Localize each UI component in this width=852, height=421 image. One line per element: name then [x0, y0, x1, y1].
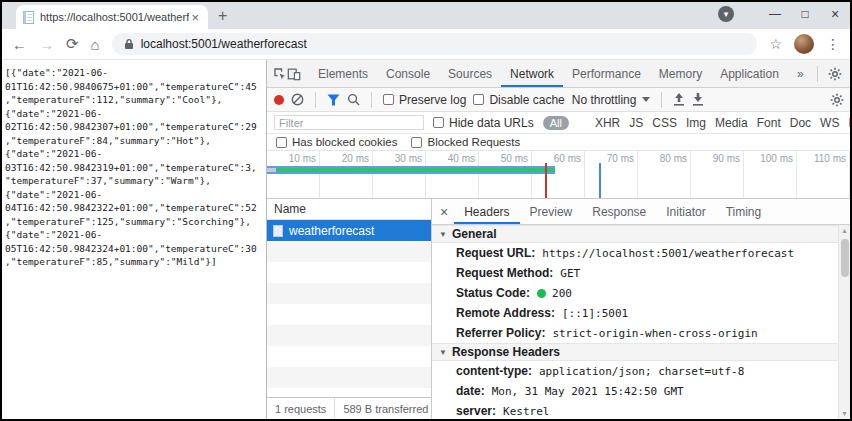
bookmark-star-icon[interactable]: ☆	[769, 36, 782, 52]
filter-type-media[interactable]: Media	[715, 116, 748, 130]
name-column-header[interactable]: Name	[267, 199, 431, 220]
title-bar: https://localhost:5001/weatherfo × + ▾ —…	[2, 2, 850, 29]
minimize-button[interactable]: —	[760, 7, 790, 21]
blocked-requests-checkbox[interactable]: Blocked Requests	[411, 136, 520, 148]
search-icon[interactable]	[347, 93, 360, 106]
browser-tab[interactable]: https://localhost:5001/weatherfo ×	[16, 5, 208, 29]
tab-performance[interactable]: Performance	[563, 60, 650, 87]
timeline-tick: 90 ms	[691, 151, 744, 198]
disable-cache-checkbox[interactable]: Disable cache	[473, 93, 564, 107]
request-row-weatherforecast[interactable]: weatherforecast	[267, 220, 431, 241]
hide-data-urls-checkbox[interactable]: Hide data URLs	[433, 116, 534, 130]
divider	[661, 92, 662, 108]
tab-preview[interactable]: Preview	[520, 199, 583, 224]
close-button[interactable]: ×	[820, 6, 850, 22]
lock-icon	[124, 38, 134, 50]
header-row-content-type: content-type: application/json; charset=…	[432, 361, 838, 381]
network-filter-row: Hide data URLs All XHR JS CSS Img Media …	[267, 112, 850, 134]
throttling-dropdown[interactable]: No throttling	[572, 93, 651, 107]
requests-count: 1 requests	[267, 398, 335, 419]
import-har-icon[interactable]	[673, 93, 685, 106]
general-section-header[interactable]: ▼ General	[432, 225, 838, 243]
page-content: [{"date":"2021-06- 01T16:42:50.9840675+0…	[2, 60, 267, 419]
request-detail-panel: × Headers Preview Response Initiator Tim…	[432, 199, 850, 419]
preserve-log-checkbox[interactable]: Preserve log	[383, 93, 466, 107]
devtools-tab-bar: Elements Console Sources Network Perform…	[267, 60, 850, 88]
detail-scrollbar[interactable]: ▲ ▼	[838, 225, 850, 419]
address-bar[interactable]: localhost:5001/weatherforecast	[112, 33, 758, 55]
browser-menu-icon[interactable]: ⋮	[826, 36, 840, 52]
domcontentloaded-marker	[599, 163, 601, 198]
chrome-update-icon[interactable]: ▾	[718, 6, 734, 22]
timeline-tick: 10 ms	[267, 151, 320, 198]
inspect-element-icon[interactable]	[273, 67, 287, 81]
forward-icon[interactable]: →	[39, 36, 54, 53]
header-row-referrer-policy: Referrer Policy: strict-origin-when-cros…	[432, 323, 838, 343]
network-overview-timeline[interactable]: 10 ms 20 ms 30 ms 40 ms 50 ms 60 ms 70 m…	[267, 151, 850, 199]
response-headers-section-header[interactable]: ▼ Response Headers	[432, 343, 838, 361]
tab-application[interactable]: Application	[711, 60, 788, 87]
tab-memory[interactable]: Memory	[650, 60, 711, 87]
checkbox-icon	[473, 94, 484, 105]
tab-title: https://localhost:5001/weatherfo	[40, 11, 189, 23]
tab-headers[interactable]: Headers	[454, 199, 519, 224]
profile-avatar[interactable]	[794, 34, 814, 54]
filter-type-img[interactable]: Img	[686, 116, 706, 130]
new-tab-button[interactable]: +	[218, 6, 227, 26]
filter-input[interactable]	[274, 115, 424, 130]
devtools-panel: Elements Console Sources Network Perform…	[267, 60, 850, 419]
chevron-down-icon	[642, 97, 650, 102]
has-blocked-cookies-checkbox[interactable]: Has blocked cookies	[276, 136, 397, 148]
filter-type-manifest[interactable]: Manifest	[848, 116, 852, 130]
home-icon[interactable]: ⌂	[91, 36, 100, 53]
timeline-tick: 20 ms	[320, 151, 373, 198]
divider	[315, 92, 316, 108]
filter-type-all[interactable]: All	[543, 116, 569, 130]
tab-close-icon[interactable]: ×	[189, 10, 201, 25]
header-row-request-method: Request Method: GET	[432, 263, 838, 283]
scroll-down-icon[interactable]: ▼	[841, 410, 848, 417]
network-settings-gear-icon[interactable]	[830, 93, 844, 110]
tab-elements[interactable]: Elements	[309, 60, 377, 87]
more-tabs-icon[interactable]: »	[788, 60, 813, 87]
timeline-tick: 60 ms	[532, 151, 585, 198]
tab-initiator[interactable]: Initiator	[656, 199, 715, 224]
window-controls: ▾ — □ ×	[718, 2, 850, 29]
devtools-settings-gear-icon[interactable]	[824, 67, 846, 81]
tab-console[interactable]: Console	[377, 60, 439, 87]
filter-type-xhr[interactable]: XHR	[595, 116, 620, 130]
document-icon	[273, 225, 283, 237]
filter-type-css[interactable]: CSS	[652, 116, 677, 130]
filter-type-font[interactable]: Font	[757, 116, 781, 130]
device-toolbar-icon[interactable]	[287, 67, 301, 81]
timeline-ruler: 10 ms 20 ms 30 ms 40 ms 50 ms 60 ms 70 m…	[267, 151, 850, 198]
record-network-log-icon[interactable]	[274, 95, 284, 105]
tab-response[interactable]: Response	[582, 199, 656, 224]
timeline-tick: 40 ms	[426, 151, 479, 198]
devtools-menu-icon[interactable]: ⋮	[848, 67, 852, 81]
status-ok-dot-icon	[537, 289, 546, 298]
tab-network[interactable]: Network	[501, 60, 563, 87]
network-toolbar: Preserve log Disable cache No throttling	[267, 88, 850, 112]
collapse-triangle-icon: ▼	[439, 348, 447, 357]
filter-funnel-icon[interactable]	[327, 94, 340, 106]
tab-timing[interactable]: Timing	[716, 199, 772, 224]
filter-type-ws[interactable]: WS	[820, 116, 839, 130]
filter-type-js[interactable]: JS	[629, 116, 643, 130]
timeline-tick: 110 ms	[797, 151, 850, 198]
scrollbar-thumb[interactable]	[841, 239, 849, 277]
maximize-button[interactable]: □	[790, 7, 820, 21]
filter-type-doc[interactable]: Doc	[790, 116, 811, 130]
close-detail-icon[interactable]: ×	[434, 204, 454, 220]
scroll-up-icon[interactable]: ▲	[841, 227, 848, 234]
back-icon[interactable]: ←	[12, 36, 27, 53]
divider	[817, 66, 818, 82]
export-har-icon[interactable]	[692, 93, 704, 106]
reload-icon[interactable]: ⟳	[66, 35, 79, 53]
transferred-size: 589 B transferred	[335, 398, 431, 419]
timeline-tick: 70 ms	[585, 151, 638, 198]
tab-sources[interactable]: Sources	[439, 60, 501, 87]
checkbox-icon	[433, 117, 444, 128]
clear-network-log-icon[interactable]	[291, 93, 304, 106]
request-rows: weatherforecast	[267, 220, 431, 397]
